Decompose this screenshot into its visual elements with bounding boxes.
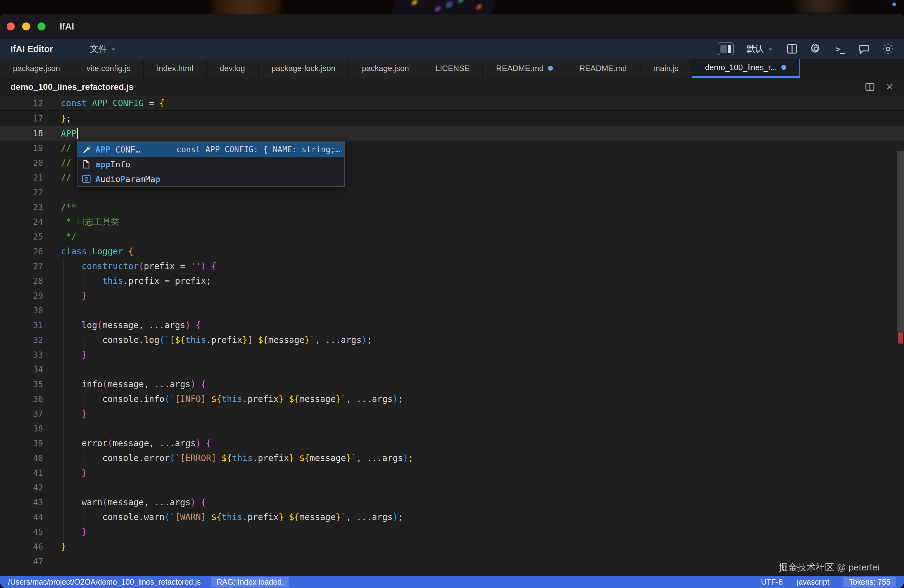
line-number: 17	[0, 114, 43, 123]
line-content: }	[43, 527, 87, 537]
code-editor[interactable]: 12const APP_CONFIG = { 17};18APP19// 20/…	[0, 96, 904, 576]
code-line[interactable]: 46}	[0, 539, 904, 554]
theme-sun-icon[interactable]	[882, 43, 893, 54]
titlebar: IfAI	[0, 14, 904, 39]
code-line[interactable]: 41 }	[0, 465, 904, 480]
line-content: //	[43, 172, 77, 183]
line-content: error(message, ...args) {	[43, 438, 211, 448]
tab-LICENSE[interactable]: LICENSE	[422, 59, 483, 78]
code-line[interactable]: 26class Logger {	[0, 244, 904, 259]
line-content: }	[43, 409, 87, 419]
code-line[interactable]: 39 error(message, ...args) {	[0, 436, 904, 450]
code-line[interactable]: 34	[0, 362, 904, 377]
code-line[interactable]: 23/**	[0, 199, 904, 214]
status-encoding[interactable]: UTF-8	[761, 577, 783, 586]
menubar: IfAI Editor 文件 ⌄ 默认 ⌄ >_	[0, 39, 904, 59]
code-line[interactable]: 25 */	[0, 229, 904, 244]
indent-guide	[63, 332, 64, 347]
chevron-down-icon: ⌄	[111, 44, 117, 51]
autocomplete-item[interactable]: appInfo	[77, 157, 345, 172]
code-line[interactable]: 35 info(message, ...args) {	[0, 377, 904, 392]
indent-guide	[84, 332, 85, 347]
line-content: //	[43, 143, 77, 153]
layout-toggle-button[interactable]	[718, 43, 734, 55]
line-content: const APP_CONFIG = {	[43, 98, 164, 108]
tab-label: main.js	[653, 64, 679, 73]
code-line[interactable]: 37 }	[0, 406, 904, 421]
scrollbar-thumb[interactable]	[897, 151, 904, 332]
minimize-window-button[interactable]	[22, 22, 30, 30]
code-line[interactable]: 22	[0, 185, 904, 199]
line-content: warn(message, ...args) {	[43, 497, 206, 507]
tab-package.json[interactable]: package.json	[349, 59, 422, 78]
sticky-scroll-line[interactable]: 12const APP_CONFIG = {	[0, 96, 904, 111]
code-line[interactable]: 47	[0, 554, 904, 569]
tab-dev.log[interactable]: dev.log	[207, 59, 259, 78]
chat-icon[interactable]	[858, 43, 869, 54]
indent-guide	[63, 510, 64, 524]
close-window-button[interactable]	[7, 22, 15, 30]
status-right: UTF-8 javascript Tokens: 755	[761, 577, 896, 587]
terminal-icon[interactable]: >_	[834, 43, 846, 54]
file-icon	[82, 160, 91, 169]
close-editor-icon[interactable]: ✕	[886, 82, 893, 92]
tab-label: README.md	[496, 64, 544, 73]
split-editor-icon[interactable]	[865, 82, 875, 92]
indent-guide	[63, 392, 64, 406]
line-number: 28	[0, 276, 43, 286]
autocomplete-detail: const APP_CONFIG: { NAME: string;…	[167, 145, 340, 154]
line-content: constructor(prefix = '') {	[43, 261, 217, 271]
tab-vite.config.js[interactable]: vite.config.js	[73, 59, 144, 78]
tab-index.html[interactable]: index.html	[144, 59, 207, 78]
status-tokens-badge: Tokens: 755	[844, 577, 896, 587]
code-line[interactable]: 45 }	[0, 524, 904, 539]
split-editor-icon[interactable]	[787, 43, 798, 54]
line-number: 30	[0, 306, 43, 315]
line-number: 20	[0, 158, 43, 168]
code-line[interactable]: 18APP	[0, 126, 904, 141]
theme-select[interactable]: 默认 ⌄	[747, 43, 774, 55]
zoom-window-button[interactable]	[38, 22, 46, 30]
status-file-path: /Users/mac/project/O2OA/demo_100_lines_r…	[8, 577, 201, 586]
sticky-code-line[interactable]: 12const APP_CONFIG = {	[0, 96, 904, 111]
line-number: 19	[0, 143, 43, 153]
indent-guide	[63, 524, 64, 539]
autocomplete-item[interactable]: APP_CONF…const APP_CONFIG: { NAME: strin…	[77, 142, 345, 157]
autocomplete-item[interactable]: AudioParamMap	[77, 172, 345, 187]
code-line[interactable]: 42	[0, 480, 904, 495]
autocomplete-popup: APP_CONF…const APP_CONFIG: { NAME: strin…	[77, 141, 345, 187]
tab-README.md[interactable]: README.md	[483, 59, 566, 78]
scrollbar[interactable]	[896, 96, 904, 576]
line-number: 29	[0, 291, 43, 300]
code-line[interactable]: 43 warn(message, ...args) {	[0, 495, 904, 510]
indent-guide	[84, 392, 85, 406]
tab-main.js[interactable]: main.js	[640, 59, 692, 78]
code-line[interactable]: 32 console.log(`[${this.prefix}] ${messa…	[0, 332, 904, 347]
file-menu[interactable]: 文件 ⌄	[90, 43, 117, 55]
status-language[interactable]: javascript	[797, 577, 830, 586]
tab-package.json[interactable]: package.json	[0, 59, 73, 78]
code-line[interactable]: 30	[0, 303, 904, 318]
tab-README.md[interactable]: README.md	[566, 59, 640, 78]
code-line[interactable]: 27 constructor(prefix = '') {	[0, 259, 904, 273]
code-line[interactable]: 29 }	[0, 288, 904, 303]
line-number: 39	[0, 439, 43, 448]
code-line[interactable]: 40 console.error(`[ERROR] ${this.prefix}…	[0, 450, 904, 465]
autocomplete-label: AudioParamMap	[95, 174, 160, 184]
error-overview-marker	[898, 332, 903, 343]
code-line[interactable]: 33 }	[0, 347, 904, 362]
tab-package-lock.json[interactable]: package-lock.json	[259, 59, 349, 78]
tab-demo_100_lines_r...[interactable]: demo_100_lines_r...	[692, 59, 800, 78]
code-line[interactable]: 44 console.warn(`[WARN] ${this.prefix} $…	[0, 510, 904, 524]
code-line[interactable]: 31 log(message, ...args) {	[0, 318, 904, 332]
code-line[interactable]: 17};	[0, 111, 904, 126]
code-line[interactable]: 38	[0, 421, 904, 436]
line-number: 22	[0, 188, 43, 197]
gear-icon[interactable]	[811, 43, 822, 54]
line-number: 42	[0, 483, 43, 492]
indent-guide	[63, 303, 64, 318]
code-line[interactable]: 36 console.info(`[INFO] ${this.prefix} $…	[0, 392, 904, 406]
code-line[interactable]: 28 this.prefix = prefix;	[0, 273, 904, 288]
file-header-title: demo_100_lines_refactored.js	[11, 82, 133, 92]
code-line[interactable]: 24 * 日志工具类	[0, 214, 904, 229]
